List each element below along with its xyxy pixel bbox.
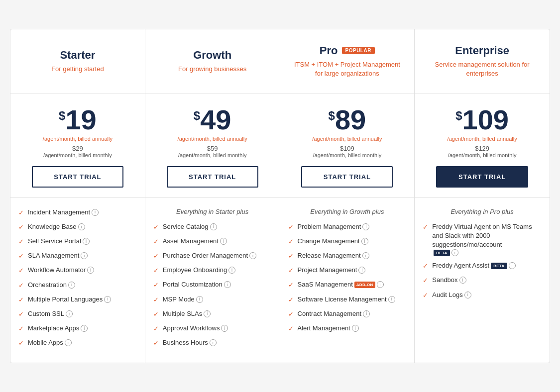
info-icon[interactable]: i bbox=[92, 209, 99, 216]
info-icon[interactable]: i bbox=[451, 249, 458, 256]
pricing-table: StarterFor getting started$19/agent/mont… bbox=[10, 29, 550, 364]
feature-item: ✓MSP Modei bbox=[153, 295, 272, 304]
plan-pricing-starter: $19/agent/month, billed annually$29/agen… bbox=[10, 94, 145, 198]
plan-column-starter: StarterFor getting started$19/agent/mont… bbox=[10, 29, 145, 363]
plan-features-starter: ✓Incident Managementi✓Knowledge Basei✓Se… bbox=[10, 198, 145, 363]
trial-button-starter[interactable]: START TRIAL bbox=[32, 166, 123, 188]
check-icon: ✓ bbox=[18, 281, 24, 290]
feature-item: ✓Contract Managementi bbox=[288, 309, 407, 319]
check-icon: ✓ bbox=[288, 237, 294, 246]
check-icon: ✓ bbox=[18, 252, 24, 261]
feature-label: Release Management bbox=[298, 251, 361, 260]
info-icon[interactable]: i bbox=[377, 281, 384, 288]
info-icon[interactable]: i bbox=[81, 252, 88, 259]
info-icon[interactable]: i bbox=[249, 252, 256, 259]
info-icon[interactable]: i bbox=[104, 296, 111, 303]
feature-item: ✓Mobile Appsi bbox=[18, 338, 137, 348]
info-icon[interactable]: i bbox=[362, 252, 369, 259]
info-icon[interactable]: i bbox=[352, 325, 359, 332]
info-icon[interactable]: i bbox=[78, 223, 85, 230]
info-icon[interactable]: i bbox=[87, 267, 94, 274]
info-icon[interactable]: i bbox=[459, 277, 466, 284]
info-icon[interactable]: i bbox=[464, 292, 471, 298]
check-icon: ✓ bbox=[423, 223, 428, 232]
trial-button-enterprise[interactable]: START TRIAL bbox=[436, 166, 528, 188]
check-icon: ✓ bbox=[153, 252, 159, 261]
info-icon[interactable]: i bbox=[196, 296, 203, 303]
info-icon[interactable]: i bbox=[210, 223, 217, 230]
price-dollar: $ bbox=[194, 110, 200, 122]
feature-label: Multiple Portal Languages bbox=[28, 295, 103, 304]
price-annual-period-pro: /agent/month, billed annually bbox=[290, 136, 405, 142]
price-monthly-starter: $29 bbox=[20, 145, 135, 152]
feature-label: Sandbox bbox=[432, 276, 457, 285]
price-dollar: $ bbox=[455, 110, 462, 122]
price-monthly-enterprise: $129 bbox=[425, 145, 540, 152]
check-icon: ✓ bbox=[153, 324, 159, 333]
info-icon[interactable]: i bbox=[204, 310, 211, 317]
feature-label: Mobile Apps bbox=[28, 338, 63, 347]
info-icon[interactable]: i bbox=[228, 267, 235, 274]
feature-item: ✓Employee Onboardingi bbox=[153, 266, 272, 275]
feature-label: Audit Logs bbox=[432, 291, 462, 299]
check-icon: ✓ bbox=[153, 266, 159, 275]
plan-subtitle-growth: For growing businesses bbox=[178, 65, 246, 74]
check-icon: ✓ bbox=[18, 295, 24, 304]
check-icon: ✓ bbox=[18, 237, 24, 246]
info-icon[interactable]: i bbox=[65, 339, 72, 346]
addon-badge: ADD-ON bbox=[354, 282, 375, 288]
feature-label: Self Service Portal bbox=[28, 237, 81, 246]
feature-label: Service Catalog bbox=[163, 222, 209, 231]
info-icon[interactable]: i bbox=[66, 310, 73, 317]
info-icon[interactable]: i bbox=[68, 282, 75, 289]
price-annual-period-starter: /agent/month, billed annually bbox=[20, 136, 135, 142]
check-icon: ✓ bbox=[288, 223, 294, 232]
price-monthly-pro: $109 bbox=[290, 145, 405, 152]
features-intro-pro: Everything in Growth plus bbox=[288, 208, 407, 215]
check-icon: ✓ bbox=[423, 276, 428, 285]
info-icon[interactable]: i bbox=[220, 238, 227, 245]
feature-label: SaaS Management bbox=[298, 280, 353, 289]
feature-item: ✓Project Managementi bbox=[288, 266, 407, 275]
beta-badge: BETA bbox=[491, 263, 507, 269]
info-icon[interactable]: i bbox=[362, 223, 369, 230]
plan-column-enterprise: EnterpriseService management solution fo… bbox=[415, 29, 550, 363]
feature-item: ✓Portal Customizationi bbox=[153, 280, 272, 290]
feature-label: Change Management bbox=[298, 237, 360, 246]
info-icon[interactable]: i bbox=[210, 339, 217, 346]
info-icon[interactable]: i bbox=[224, 281, 231, 288]
feature-item: ✓Approval Workflowsi bbox=[153, 324, 272, 333]
info-icon[interactable]: i bbox=[81, 325, 88, 332]
info-icon[interactable]: i bbox=[509, 262, 516, 269]
price-number: 109 bbox=[462, 106, 509, 134]
price-number: 89 bbox=[335, 106, 366, 134]
feature-item: ✓Software License Managementi bbox=[288, 295, 407, 304]
plan-header-starter: StarterFor getting started bbox=[10, 29, 145, 94]
info-icon[interactable]: i bbox=[221, 325, 228, 332]
feature-label: Orchestration bbox=[28, 281, 67, 290]
price-dollar: $ bbox=[59, 110, 65, 122]
check-icon: ✓ bbox=[288, 324, 294, 333]
feature-label: Portal Customization bbox=[163, 280, 223, 289]
plan-header-enterprise: EnterpriseService management solution fo… bbox=[415, 29, 550, 94]
plan-header-growth: GrowthFor growing businesses bbox=[145, 29, 280, 94]
feature-label: Contract Management bbox=[298, 309, 362, 318]
info-icon[interactable]: i bbox=[363, 310, 370, 317]
check-icon: ✓ bbox=[288, 266, 294, 275]
price-main-growth: $49 bbox=[155, 106, 270, 134]
info-icon[interactable]: i bbox=[358, 267, 365, 274]
info-icon[interactable]: i bbox=[83, 238, 90, 245]
info-icon[interactable]: i bbox=[361, 238, 368, 245]
feature-label: Freddy Agent Assist bbox=[432, 261, 489, 270]
feature-label: Custom SSL bbox=[28, 309, 64, 318]
trial-button-growth[interactable]: START TRIAL bbox=[167, 166, 258, 188]
price-monthly-period-pro: /agent/month, billed monthly bbox=[290, 152, 405, 158]
feature-item: ✓Workflow Automatori bbox=[18, 266, 137, 275]
check-icon: ✓ bbox=[18, 310, 24, 319]
info-icon[interactable]: i bbox=[388, 296, 395, 303]
check-icon: ✓ bbox=[18, 223, 24, 232]
check-icon: ✓ bbox=[18, 266, 24, 275]
trial-button-pro[interactable]: START TRIAL bbox=[301, 166, 393, 188]
feature-item: ✓Freddy Agent AssistBETAi bbox=[423, 261, 542, 271]
feature-item: ✓Self Service Portali bbox=[18, 237, 137, 246]
